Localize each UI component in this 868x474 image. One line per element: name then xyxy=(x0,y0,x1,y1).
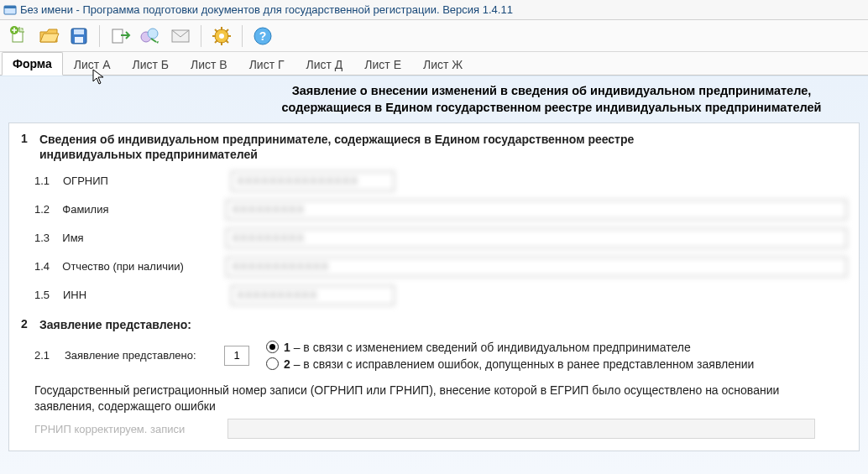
tab-sheet-zh[interactable]: Лист Ж xyxy=(412,53,473,76)
radio-text: – в связи с изменением сведений об индив… xyxy=(290,341,691,354)
section-1-header: 1 Сведения об индивидуальном предпринима… xyxy=(21,132,847,162)
tab-label: Лист А xyxy=(74,58,111,71)
mail-button[interactable] xyxy=(167,23,194,49)
tab-label: Лист Ж xyxy=(423,58,463,71)
app-window-icon xyxy=(3,3,17,17)
radio-text: – в связи с исправлением ошибок, допущен… xyxy=(290,357,755,371)
save-button[interactable] xyxy=(65,23,92,49)
tab-label: Форма xyxy=(13,57,52,70)
lastname-input[interactable] xyxy=(226,200,847,220)
radio-option-1[interactable]: 1 – в связи с изменением сведений об инд… xyxy=(266,341,754,354)
svg-rect-1 xyxy=(4,6,16,8)
svg-rect-6 xyxy=(75,37,83,43)
field-number: 1.4 xyxy=(34,260,55,273)
open-document-button[interactable] xyxy=(35,23,62,49)
radio-icon xyxy=(266,357,279,370)
window-titlebar: Без имени - Программа подготовки докумен… xyxy=(0,0,868,20)
send-button[interactable] xyxy=(137,23,164,49)
inn-input[interactable] xyxy=(231,285,395,305)
radio-bold: 2 xyxy=(284,357,290,371)
field-number: 2.1 xyxy=(34,349,56,362)
tab-sheet-a[interactable]: Лист А xyxy=(63,53,122,76)
firstname-input[interactable] xyxy=(226,228,847,248)
field-number: 1.5 xyxy=(34,289,56,301)
patronymic-input[interactable] xyxy=(226,257,847,277)
svg-point-12 xyxy=(219,34,224,39)
field-inn: 1.5 ИНН xyxy=(34,285,847,305)
tab-sheet-d[interactable]: Лист Д xyxy=(295,53,354,76)
svg-line-20 xyxy=(226,29,228,32)
field-number: 1.2 xyxy=(34,203,55,216)
tab-label: Лист Г xyxy=(249,58,285,71)
svg-line-18 xyxy=(226,40,228,43)
field-label: ИНН xyxy=(63,289,224,301)
tab-form[interactable]: Форма xyxy=(2,52,63,76)
tab-label: Лист Б xyxy=(132,58,169,71)
section-number: 1 xyxy=(21,132,33,145)
ogrnip-input[interactable] xyxy=(231,171,395,191)
tab-sheet-e[interactable]: Лист Е xyxy=(353,53,412,76)
tab-sheet-g[interactable]: Лист Г xyxy=(238,53,295,76)
tab-label: Лист Д xyxy=(306,58,343,71)
page-heading: Заявление о внесении изменений в сведени… xyxy=(8,81,860,122)
tab-label: Лист Е xyxy=(364,58,401,71)
export-button[interactable] xyxy=(107,23,133,49)
tab-sheet-v[interactable]: Лист В xyxy=(180,53,238,76)
section-2-header: 2 Заявление представлено: xyxy=(21,317,847,332)
svg-point-9 xyxy=(148,29,158,39)
grn-input xyxy=(227,419,815,439)
section-title: Сведения об индивидуальном предпринимате… xyxy=(39,132,694,162)
settings-button[interactable] xyxy=(208,23,235,49)
help-button[interactable]: ? xyxy=(249,23,276,49)
toolbar-separator xyxy=(201,25,201,47)
tab-bar: Форма Лист А Лист Б Лист В Лист Г Лист Д… xyxy=(0,52,868,76)
grn-field-row: ГРНИП корректируем. записи xyxy=(34,419,847,439)
main-toolbar: ? xyxy=(0,20,868,52)
field-number: 1.1 xyxy=(34,174,56,187)
section-number: 2 xyxy=(21,317,33,331)
svg-text:?: ? xyxy=(259,29,267,43)
field-number: 1.3 xyxy=(34,232,55,244)
submission-reason-block: 2.1 Заявление представлено: 1 – в связи … xyxy=(34,341,847,371)
svg-line-19 xyxy=(215,40,217,43)
submission-reason-radios: 1 – в связи с изменением сведений об инд… xyxy=(266,341,754,371)
grn-label: ГРНИП корректируем. записи xyxy=(34,423,211,435)
new-document-button[interactable] xyxy=(5,23,32,49)
field-lastname: 1.2 Фамилия xyxy=(34,200,847,220)
radio-option-2[interactable]: 2 – в связи с исправлением ошибок, допущ… xyxy=(266,357,754,371)
radio-bold: 1 xyxy=(284,341,290,354)
svg-line-17 xyxy=(215,29,217,32)
field-label: Заявление представлено: xyxy=(65,349,216,362)
tab-sheet-b[interactable]: Лист Б xyxy=(121,53,180,76)
field-patronymic: 1.4 Отчество (при наличии) xyxy=(34,257,847,277)
radio-icon xyxy=(266,341,279,353)
field-label: Имя xyxy=(62,232,219,244)
section-title: Заявление представлено: xyxy=(39,317,191,332)
toolbar-separator xyxy=(99,25,100,47)
field-firstname: 1.3 Имя xyxy=(34,228,847,248)
window-title: Без имени - Программа подготовки докумен… xyxy=(20,3,513,16)
field-ogrnip: 1.1 ОГРНИП xyxy=(34,171,847,191)
grn-description: Государственный регистрационный номер за… xyxy=(34,383,790,414)
toolbar-separator xyxy=(242,25,243,47)
field-label: Отчество (при наличии) xyxy=(62,260,219,273)
form-panel: 1 Сведения об индивидуальном предпринима… xyxy=(8,122,860,451)
field-label: Фамилия xyxy=(62,203,219,216)
tab-label: Лист В xyxy=(191,58,227,71)
field-label: ОГРНИП xyxy=(63,174,224,187)
form-page: Заявление о внесении изменений в сведени… xyxy=(0,76,868,474)
svg-rect-5 xyxy=(74,29,84,34)
submission-reason-input[interactable] xyxy=(224,346,249,366)
